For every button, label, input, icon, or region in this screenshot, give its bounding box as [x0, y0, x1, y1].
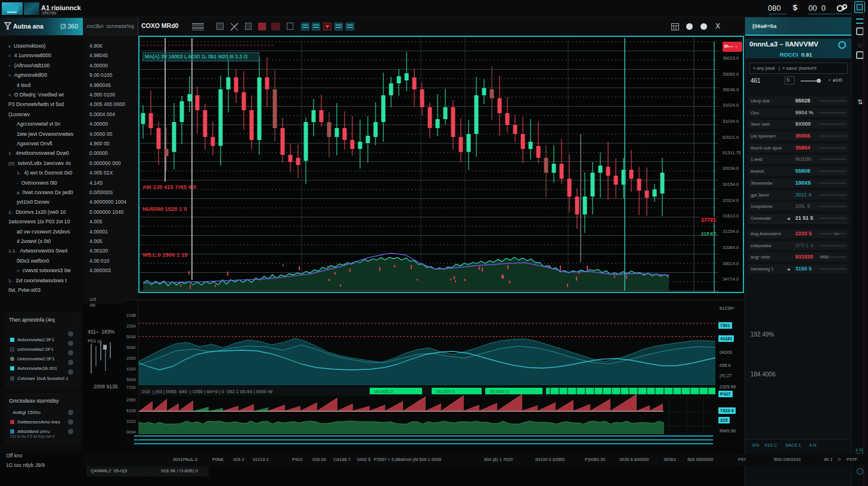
- svg-text:00 000 0: 00 000 0: [374, 389, 393, 394]
- svg-text:016 | (93 | 0065 640 | 1050: 016 | (93 | 0065 640 | 1050 | 64+5 | 0 0…: [142, 389, 273, 394]
- svg-text:00 000 0: 00 000 0: [436, 389, 455, 394]
- svg-text:00 000 0: 00 000 0: [490, 389, 509, 394]
